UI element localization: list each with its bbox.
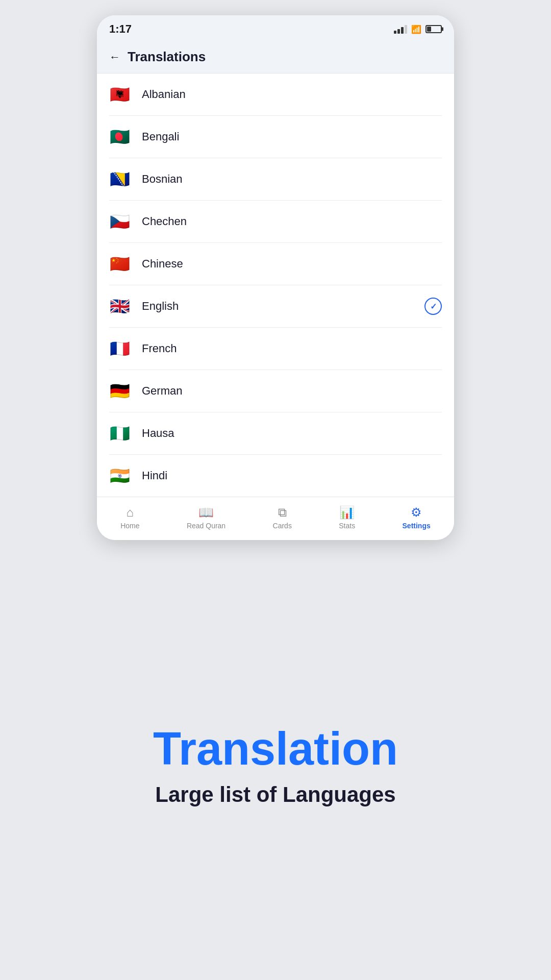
- bottom-nav: ⌂Home📖Read Quran⧉Cards📊Stats⚙Settings: [97, 497, 454, 540]
- flag-albanian: 🇦🇱: [109, 85, 131, 104]
- flag-hausa: 🇳🇬: [109, 424, 131, 443]
- language-item-chinese[interactable]: 🇨🇳Chinese: [109, 243, 442, 285]
- flag-bosnian: 🇧🇦: [109, 169, 131, 189]
- nav-icon-read-quran: 📖: [198, 505, 214, 520]
- language-item-albanian[interactable]: 🇦🇱Albanian: [109, 74, 442, 116]
- language-name-bosnian: Bosnian: [142, 173, 442, 186]
- language-item-hindi[interactable]: 🇮🇳Hindi: [109, 455, 442, 497]
- nav-label-read-quran: Read Quran: [187, 522, 226, 530]
- page-title: Translations: [128, 49, 206, 65]
- nav-item-cards[interactable]: ⧉Cards: [267, 503, 298, 532]
- language-name-chinese: Chinese: [142, 257, 442, 271]
- nav-label-settings: Settings: [403, 522, 431, 530]
- nav-icon-cards: ⧉: [278, 505, 287, 520]
- status-icons: 📶: [394, 24, 442, 34]
- nav-label-home: Home: [120, 522, 139, 530]
- wifi-icon: 📶: [411, 24, 421, 34]
- promo-section: Translation Large list of Languages: [0, 540, 551, 980]
- flag-chinese: 🇨🇳: [109, 254, 131, 274]
- language-item-bosnian[interactable]: 🇧🇦Bosnian: [109, 158, 442, 201]
- promo-subtitle: Large list of Languages: [155, 782, 395, 807]
- nav-item-settings[interactable]: ⚙Settings: [396, 503, 437, 532]
- language-item-chechen[interactable]: 🇨🇿Chechen: [109, 201, 442, 243]
- language-name-chechen: Chechen: [142, 215, 442, 228]
- flag-hindi: 🇮🇳: [109, 466, 131, 485]
- phone-wrapper: 1:17 📶 ← Translations 🇦🇱Albanian🇧🇩Benga: [0, 0, 551, 980]
- flag-german: 🇩🇪: [109, 381, 131, 401]
- promo-title: Translation: [153, 724, 398, 774]
- language-item-german[interactable]: 🇩🇪German: [109, 370, 442, 412]
- battery-icon: [425, 25, 442, 33]
- nav-icon-home: ⌂: [127, 505, 134, 520]
- nav-item-stats[interactable]: 📊Stats: [333, 503, 361, 532]
- flag-chechen: 🇨🇿: [109, 212, 131, 231]
- status-bar: 1:17 📶: [97, 15, 454, 42]
- flag-bengali: 🇧🇩: [109, 127, 131, 146]
- language-name-albanian: Albanian: [142, 88, 442, 101]
- nav-label-cards: Cards: [273, 522, 292, 530]
- language-item-english[interactable]: 🇬🇧English✓: [109, 285, 442, 328]
- status-time: 1:17: [109, 22, 132, 36]
- check-mark-icon: ✓: [430, 302, 437, 311]
- nav-icon-stats: 📊: [339, 505, 355, 520]
- language-item-hausa[interactable]: 🇳🇬Hausa: [109, 412, 442, 455]
- language-name-french: French: [142, 342, 442, 355]
- language-name-hindi: Hindi: [142, 469, 442, 482]
- nav-label-stats: Stats: [339, 522, 355, 530]
- nav-item-home[interactable]: ⌂Home: [114, 503, 145, 532]
- flag-french: 🇫🇷: [109, 339, 131, 358]
- selected-check-english: ✓: [424, 298, 442, 315]
- language-name-hausa: Hausa: [142, 427, 442, 440]
- flag-english: 🇬🇧: [109, 297, 131, 316]
- language-item-french[interactable]: 🇫🇷French: [109, 328, 442, 370]
- back-button[interactable]: ←: [109, 51, 120, 64]
- header: ← Translations: [97, 42, 454, 74]
- nav-icon-settings: ⚙: [411, 505, 422, 520]
- phone-screen: 1:17 📶 ← Translations 🇦🇱Albanian🇧🇩Benga: [97, 15, 454, 540]
- language-item-bengali[interactable]: 🇧🇩Bengali: [109, 116, 442, 158]
- language-name-german: German: [142, 384, 442, 398]
- language-list: 🇦🇱Albanian🇧🇩Bengali🇧🇦Bosnian🇨🇿Chechen🇨🇳C…: [97, 74, 454, 497]
- signal-icon: [394, 24, 407, 34]
- language-name-bengali: Bengali: [142, 130, 442, 143]
- nav-item-read-quran[interactable]: 📖Read Quran: [181, 503, 232, 532]
- language-name-english: English: [142, 300, 424, 313]
